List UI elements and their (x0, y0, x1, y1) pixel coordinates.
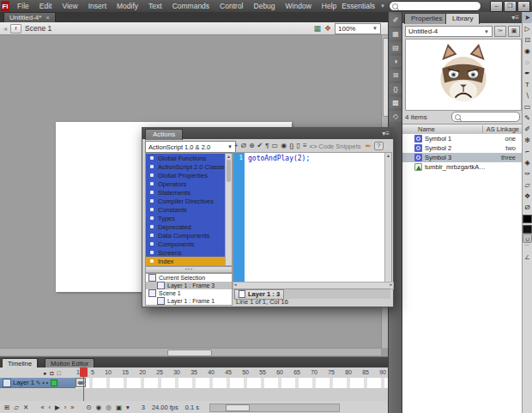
document-tab[interactable]: Untitled-4* × (3, 12, 56, 22)
layer-visibility-dot[interactable]: • (42, 380, 44, 386)
rectangle-tool[interactable]: ▭ (523, 101, 532, 112)
actions-category-item[interactable]: Deprecated (146, 222, 232, 231)
auto-format-icon[interactable]: ¶ (265, 142, 269, 150)
actionscript-version-select[interactable]: ActionScript 1.0 & 2.0 ▼ (145, 141, 236, 153)
help-icon[interactable]: ? (374, 142, 383, 150)
delete-layer-button[interactable]: ✕ (21, 403, 30, 413)
actions-category-item[interactable]: Index (146, 257, 232, 265)
script-navigator-item[interactable]: Layer 1 : Frame 3 (146, 282, 232, 289)
library-item[interactable]: Symbol 1 one (402, 134, 523, 143)
stage-hscroll-thumb[interactable] (167, 349, 212, 356)
subselection-tool[interactable]: ▷ (523, 23, 532, 34)
pencil-tool[interactable]: ✎ (523, 112, 532, 124)
actions-panel-menu-icon[interactable]: ▾≡ (382, 130, 390, 137)
play-button[interactable]: ▶ (53, 403, 62, 413)
lasso-tool[interactable]: ◌ (523, 57, 532, 68)
menu-item[interactable]: Insert (83, 1, 112, 11)
check-syntax-icon[interactable]: ✔ (257, 142, 263, 150)
actions-category-item[interactable]: Compiler Directives (146, 197, 232, 205)
menu-item[interactable]: Modify (112, 1, 143, 11)
script-vertical-scrollbar[interactable]: ▲ (384, 153, 391, 282)
back-arrow-icon[interactable]: ◂ (0, 25, 10, 33)
actions-category-item[interactable]: Global Properties (146, 171, 232, 179)
onion-skin-outlines-icon[interactable]: ◎ (104, 403, 113, 413)
code-snippets-button[interactable]: <> Code Snippets (310, 143, 361, 150)
search-input[interactable] (389, 1, 481, 11)
frame-ruler[interactable]: 51015202530354045505560657075808590 (77, 367, 386, 378)
workspace-switcher[interactable]: Essentials (342, 2, 377, 10)
menu-item[interactable]: Debug (249, 1, 281, 11)
edit-symbols-icon[interactable]: ❖ (324, 24, 331, 33)
collapse-between-braces-icon[interactable]: {} (289, 142, 293, 150)
library-search-input[interactable] (451, 112, 520, 122)
brush-panel-icon[interactable]: ✐ (390, 15, 402, 26)
restore-button[interactable]: ❐ (504, 1, 517, 12)
library-item[interactable]: Symbol 2 two (402, 143, 523, 153)
selection-tool[interactable]: ➤ (523, 12, 532, 23)
new-layer-button[interactable]: ⊞ (3, 403, 11, 413)
empty-layer-area[interactable] (0, 388, 388, 402)
brush-tool[interactable]: ✐ (523, 124, 532, 135)
layer-outline-color-swatch[interactable] (51, 380, 57, 386)
zoom-level-select[interactable]: 100% ▼ (335, 23, 381, 34)
actions-panel-title-tab[interactable]: Actions (145, 129, 183, 140)
script-navigator-item[interactable]: Current Selection (146, 274, 232, 282)
go-to-first-frame-button[interactable]: « (39, 403, 45, 413)
script-assist-icon[interactable]: ✒ (366, 142, 372, 150)
straighten-icon[interactable]: ∠ (523, 252, 532, 262)
code-snippets-panel-icon[interactable]: {} (390, 83, 402, 94)
hand-tool[interactable]: ❖ (523, 191, 532, 202)
library-item[interactable]: Symbol 3 three (402, 153, 523, 162)
edit-scene-icon[interactable]: ▦ (313, 24, 321, 33)
smooth-icon[interactable]: ⌒ (523, 243, 532, 252)
script-code-line[interactable]: gotoAndPlay(2); (248, 155, 310, 162)
center-frame-icon[interactable]: ⊙ (85, 403, 94, 413)
tab-properties[interactable]: Properties (404, 13, 449, 24)
script-editor[interactable]: 1 gotoAndPlay(2); ▲ (233, 152, 392, 282)
action-keyframes[interactable]: aaa (76, 378, 86, 387)
playhead-marker[interactable] (80, 367, 88, 377)
frame-rate-value[interactable]: 24.00 fps (152, 404, 178, 411)
expand-all-icon[interactable]: ≡ (303, 142, 307, 150)
column-as-linkage[interactable]: AS Linkage (482, 125, 523, 133)
actions-category-item[interactable]: Constants (146, 205, 232, 214)
step-forward-button[interactable]: › (63, 403, 69, 413)
onion-skin-icon[interactable]: ◉ (94, 403, 104, 413)
actions-panel-header[interactable]: Actions ▾≡ (142, 128, 393, 139)
edit-multiple-frames-icon[interactable]: ▣ (114, 403, 124, 413)
library-pin-icon[interactable]: ✑ (494, 26, 506, 37)
menu-item[interactable]: Text (143, 1, 167, 11)
actions-category-item[interactable]: Screens (146, 248, 232, 257)
tab-library[interactable]: Library (445, 13, 480, 24)
pen-tool[interactable]: ✒ (523, 68, 532, 79)
fill-color-swatch[interactable] (523, 225, 532, 234)
document-tab-close-icon[interactable]: × (45, 14, 50, 21)
layer-name[interactable]: Layer 1 (13, 379, 34, 386)
align-panel-icon[interactable]: ⊞ (390, 70, 402, 81)
show-hide-all-layers-icon[interactable]: ● (43, 370, 46, 376)
line-tool[interactable]: ∖ (523, 90, 532, 101)
library-document-select[interactable]: Untitled-4 ▼ (405, 26, 493, 37)
menu-item[interactable]: Commands (167, 1, 215, 11)
snap-to-objects-icon[interactable]: ∪ (523, 234, 532, 243)
collapse-selection-icon[interactable]: ▯ (297, 142, 300, 150)
category-tree-scrollbar[interactable]: ▲ (225, 154, 232, 265)
library-new-panel-icon[interactable]: ▣ (508, 26, 520, 37)
free-transform-tool[interactable]: ⊡ (523, 34, 532, 46)
close-button[interactable]: × (517, 1, 530, 12)
minimize-button[interactable]: – (490, 1, 503, 12)
menu-item[interactable]: File (12, 1, 34, 11)
stroke-color-swatch[interactable] (523, 215, 532, 223)
actions-category-item[interactable]: Operators (146, 179, 232, 188)
eraser-tool[interactable]: ▱ (523, 179, 532, 191)
library-panel-menu-icon[interactable]: ▾≡ (511, 14, 519, 21)
components-panel-icon[interactable]: ▤ (390, 42, 402, 53)
menu-item[interactable]: Control (215, 1, 248, 11)
text-tool[interactable]: T (523, 79, 532, 90)
menu-item[interactable]: Edit (34, 1, 57, 11)
library-item[interactable]: tumblr_mrbzgartkA1s56wfo… (402, 162, 523, 172)
motion-presets-panel-icon[interactable]: ◇ (390, 111, 402, 122)
layer-lock-dot[interactable]: • (46, 380, 48, 386)
color-panel-icon[interactable]: ◑ (390, 56, 402, 67)
lock-all-layers-icon[interactable]: ◘ (50, 370, 53, 376)
